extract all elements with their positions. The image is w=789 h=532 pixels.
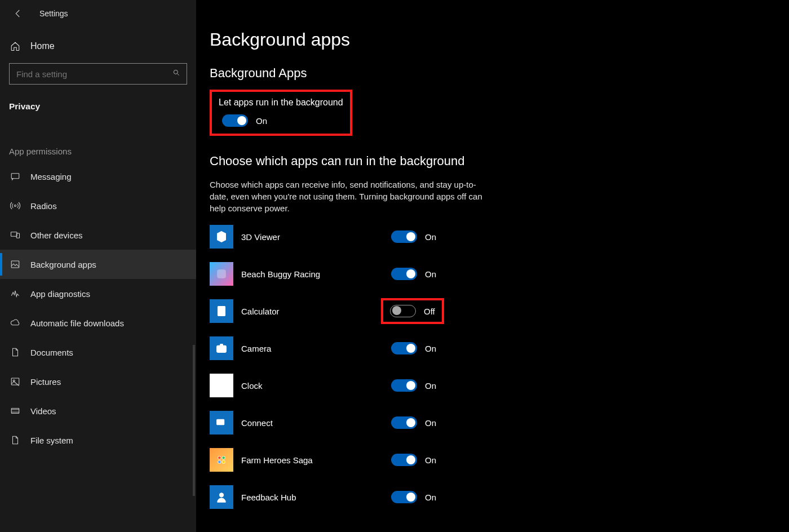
video-icon — [9, 406, 21, 416]
app-row-beach-buggy: Beach Buggy Racing On — [210, 261, 789, 286]
search-container — [0, 63, 196, 85]
toggle-state: On — [425, 344, 436, 353]
picture-icon — [9, 376, 21, 387]
sidebar-item-pictures[interactable]: Pictures — [0, 367, 196, 396]
toggle-state: On — [425, 493, 436, 502]
app-row-3d-viewer: 3D Viewer On — [210, 224, 789, 249]
sidebar-item-label: Messaging — [30, 172, 72, 181]
svg-point-22 — [218, 423, 219, 424]
app-row-feedback-hub: Feedback Hub On — [210, 485, 789, 509]
home-icon — [9, 41, 21, 51]
back-button[interactable] — [9, 5, 27, 23]
toggle-feedback-hub[interactable] — [391, 491, 417, 503]
svg-rect-9 — [218, 270, 226, 278]
clock-icon — [210, 374, 233, 397]
sidebar-items: Messaging Radios Other devices Backgroun… — [0, 162, 196, 455]
toggle-calculator[interactable] — [390, 305, 416, 317]
diagnostics-icon — [9, 289, 21, 299]
section-heading-1: Background Apps — [210, 66, 789, 81]
sidebar-item-label: Videos — [30, 406, 56, 416]
svg-rect-1 — [11, 174, 19, 179]
svg-point-24 — [222, 456, 225, 460]
camera-icon — [210, 336, 233, 360]
search-icon — [172, 69, 180, 79]
app-row-clock: Clock On — [210, 373, 789, 398]
privacy-heading: Privacy — [0, 101, 196, 112]
toggle-beach-buggy[interactable] — [391, 268, 417, 280]
app-row-camera: Camera On — [210, 336, 789, 361]
sidebar-item-other-devices[interactable]: Other devices — [0, 220, 196, 250]
svg-point-16 — [221, 313, 222, 314]
main-content: Background apps Background Apps Let apps… — [196, 0, 789, 532]
sidebar-item-auto-downloads[interactable]: Automatic file downloads — [0, 308, 196, 338]
toggle-clock[interactable] — [391, 379, 417, 392]
sidebar-item-file-system[interactable]: File system — [0, 425, 196, 455]
sidebar-item-radios[interactable]: Radios — [0, 191, 196, 220]
master-toggle-block: Let apps run in the background On — [210, 90, 352, 136]
master-toggle[interactable] — [222, 114, 248, 127]
svg-point-13 — [221, 311, 222, 312]
svg-point-27 — [219, 493, 223, 497]
sidebar-item-background-apps[interactable]: Background apps — [0, 250, 196, 279]
sidebar-item-label: Automatic file downloads — [30, 318, 124, 328]
toggle-farm-heroes[interactable] — [391, 454, 417, 466]
sidebar-item-label: Other devices — [30, 230, 83, 240]
scrollbar[interactable] — [193, 345, 195, 496]
home-nav[interactable]: Home — [0, 32, 196, 61]
sidebar: Settings Home Privacy App permissions Me… — [0, 0, 196, 532]
sidebar-item-documents[interactable]: Documents — [0, 338, 196, 367]
app-name: Beach Buggy Racing — [241, 269, 388, 279]
devices-icon — [9, 230, 21, 240]
sidebar-item-videos[interactable]: Videos — [0, 396, 196, 425]
svg-point-17 — [223, 313, 224, 314]
toggle-camera[interactable] — [391, 342, 417, 354]
svg-point-15 — [219, 313, 220, 314]
farm-heroes-icon — [210, 448, 233, 472]
3dviewer-icon — [210, 225, 233, 249]
svg-point-2 — [15, 205, 16, 207]
toggle-state: On — [425, 269, 436, 279]
page-title: Background apps — [210, 29, 789, 50]
toggle-3d-viewer[interactable] — [391, 230, 417, 243]
svg-rect-11 — [219, 308, 224, 310]
document-icon — [9, 347, 21, 357]
app-row-farm-heroes: Farm Heroes Saga On — [210, 447, 789, 472]
svg-point-19 — [219, 347, 223, 351]
app-list: 3D Viewer On Beach Buggy Racing On Calcu… — [210, 224, 789, 509]
svg-rect-6 — [11, 378, 19, 385]
master-toggle-state: On — [256, 116, 267, 126]
toggle-state: On — [425, 381, 436, 391]
app-name: Calculator — [241, 307, 388, 316]
message-icon — [9, 171, 21, 181]
file-icon — [9, 435, 21, 445]
app-name: Clock — [241, 381, 388, 391]
section-description: Choose which apps can receive info, send… — [210, 179, 486, 214]
app-name: Connect — [241, 418, 388, 428]
sidebar-item-label: Documents — [30, 348, 73, 357]
image-icon — [9, 259, 21, 269]
sidebar-item-label: Background apps — [30, 260, 96, 269]
section-heading-2: Choose which apps can run in the backgro… — [210, 154, 789, 169]
svg-point-26 — [222, 460, 225, 464]
app-permissions-heading: App permissions — [0, 147, 196, 156]
search-input[interactable] — [9, 63, 187, 85]
toggle-state: On — [425, 455, 436, 465]
svg-point-0 — [174, 70, 178, 74]
feedback-icon — [210, 485, 233, 509]
cloud-icon — [9, 318, 21, 328]
arrow-left-icon — [13, 8, 23, 19]
app-name: Camera — [241, 344, 388, 353]
beach-buggy-icon — [210, 262, 233, 286]
svg-rect-8 — [11, 409, 19, 414]
toggle-connect[interactable] — [391, 416, 417, 429]
sidebar-item-messaging[interactable]: Messaging — [0, 162, 196, 191]
master-toggle-label: Let apps run in the background — [219, 97, 343, 108]
app-row-connect: Connect On — [210, 410, 789, 435]
svg-point-23 — [218, 456, 221, 460]
toggle-state: On — [425, 232, 436, 242]
svg-rect-3 — [11, 232, 17, 237]
svg-point-12 — [219, 311, 220, 312]
home-label: Home — [30, 41, 55, 51]
sidebar-item-app-diagnostics[interactable]: App diagnostics — [0, 279, 196, 308]
toggle-state: Off — [424, 307, 435, 316]
